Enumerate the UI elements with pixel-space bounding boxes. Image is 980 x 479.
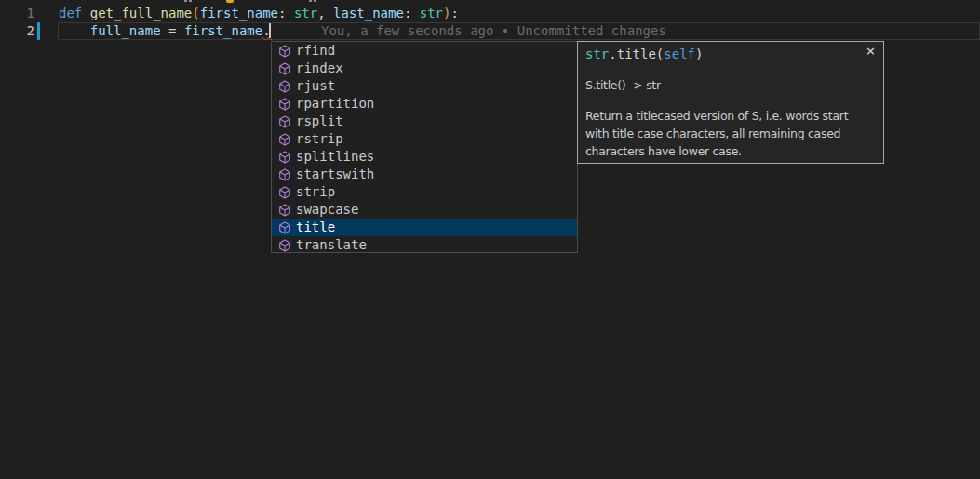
line-number-1: 1 <box>0 5 34 22</box>
doc-description-line: characters have lower case. <box>585 142 876 160</box>
symbol-method-icon <box>278 98 291 111</box>
symbol-method-icon <box>278 45 291 58</box>
code-token: , <box>317 6 333 20</box>
symbol-method-icon <box>278 204 291 217</box>
line-number-2: 2 <box>0 22 34 40</box>
close-icon[interactable]: × <box>866 45 876 58</box>
suggestion-item-strip[interactable]: strip <box>272 183 577 201</box>
suggestion-item-rjust[interactable]: rjust <box>272 77 577 95</box>
code-token: get_full_name <box>90 6 193 20</box>
git-blame-annotation: You, a few seconds ago • Uncommitted cha… <box>321 22 666 40</box>
suggestion-label: swapcase <box>296 201 358 219</box>
code-token: def <box>59 6 90 20</box>
code-token: full_name <box>90 23 161 38</box>
suggestion-label: title <box>296 219 335 236</box>
suggestion-item-title[interactable]: title <box>272 219 577 236</box>
code-token: ) <box>443 6 450 20</box>
suggestion-label: startswith <box>296 166 374 183</box>
code-token <box>59 23 90 38</box>
symbol-method-icon <box>278 115 291 128</box>
suggestion-item-rsplit[interactable]: rsplit <box>272 113 577 130</box>
symbol-method-icon <box>278 221 291 234</box>
suggestion-label: strip <box>296 183 335 201</box>
clipped-text-artifact <box>189 0 192 2</box>
suggestion-item-rstrip[interactable]: rstrip <box>272 130 577 148</box>
suggestion-label: rjust <box>296 77 335 95</box>
doc-signature: str.title(self) <box>585 46 876 63</box>
suggestion-label: rpartition <box>296 95 374 113</box>
clipped-text-artifact <box>184 0 187 2</box>
code-token: first_name <box>200 6 278 20</box>
symbol-method-icon <box>278 62 291 75</box>
suggestion-item-rpartition[interactable]: rpartition <box>272 95 577 113</box>
code-line-2[interactable]: full_name = first_name. <box>59 22 271 40</box>
symbol-method-icon <box>278 186 291 199</box>
symbol-method-icon <box>278 133 291 146</box>
suggestion-item-splitlines[interactable]: splitlines <box>272 148 577 166</box>
code-token: str <box>294 6 317 20</box>
suggestion-item-startswith[interactable]: startswith <box>272 166 577 183</box>
clipped-text-artifact <box>314 0 316 2</box>
doc-returns-line: S.title() -> str <box>585 76 876 94</box>
symbol-method-icon <box>278 80 291 93</box>
doc-description-line: with title case characters, all remainin… <box>585 125 876 142</box>
suggestion-label: rstrip <box>296 130 343 148</box>
code-token: ( <box>192 6 199 20</box>
suggestion-item-rindex[interactable]: rindex <box>272 60 577 77</box>
code-token: .title( <box>609 47 664 61</box>
code-token: str <box>420 6 443 20</box>
code-line-1[interactable]: def get_full_name(first_name: str, last_… <box>59 5 459 22</box>
symbol-method-icon <box>278 151 291 164</box>
suggestion-item-swapcase[interactable]: swapcase <box>272 201 577 219</box>
code-token: ) <box>695 47 703 61</box>
suggest-docs-widget: str.title(self) S.title() -> str Return … <box>577 41 884 164</box>
git-modified-gutter-indicator <box>37 22 40 40</box>
suggestion-label: rsplit <box>296 113 343 130</box>
code-token: : <box>404 6 420 20</box>
code-token: : <box>451 6 459 20</box>
symbol-method-icon <box>278 168 291 181</box>
clipped-text-artifact <box>309 0 312 2</box>
clipped-modified-dot-artifact <box>226 0 234 3</box>
suggest-widget: rfindrindexrjustrpartitionrsplitrstripsp… <box>271 41 578 253</box>
doc-description-line: Return a titlecased version of S, i.e. w… <box>585 107 876 125</box>
code-token: first_name <box>184 23 262 38</box>
code-token: self <box>664 47 695 61</box>
doc-description: Return a titlecased version of S, i.e. w… <box>585 107 876 160</box>
suggestion-label: rfind <box>296 42 335 60</box>
suggestion-label: splitlines <box>296 148 374 166</box>
code-token: last_name <box>333 6 404 20</box>
suggestion-item-translate[interactable]: translate <box>272 236 577 254</box>
suggestion-item-rfind[interactable]: rfind <box>272 42 577 60</box>
code-token: str <box>585 47 609 61</box>
suggestion-label: rindex <box>296 60 343 77</box>
code-editor: 1 2 def get_full_name(first_name: str, l… <box>0 0 980 479</box>
suggestion-label: translate <box>296 236 367 254</box>
text-cursor <box>269 23 271 38</box>
code-token: = <box>161 23 184 38</box>
suggest-list: rfindrindexrjustrpartitionrsplitrstripsp… <box>272 42 577 254</box>
code-token: : <box>278 6 294 20</box>
symbol-method-icon <box>278 239 291 252</box>
